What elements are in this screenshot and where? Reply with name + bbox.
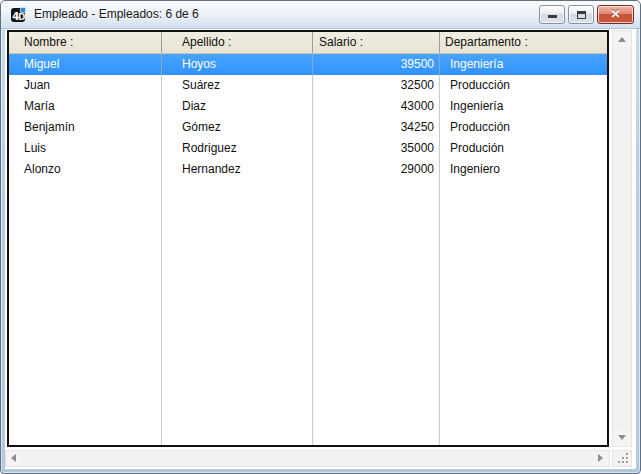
minimize-icon	[548, 15, 557, 18]
cell-apellido: Diaz	[162, 96, 313, 117]
column-header-nombre[interactable]: Nombre :	[9, 32, 162, 53]
column-header-salario[interactable]: Salario :	[313, 32, 440, 53]
vertical-scrollbar[interactable]	[612, 30, 632, 447]
cell-nombre: Luis	[9, 138, 162, 159]
scroll-down-button[interactable]	[613, 429, 631, 446]
cell-apellido: Gómez	[162, 117, 313, 138]
minimize-button[interactable]	[539, 5, 565, 24]
table-row[interactable]: Benjamín Gómez 34250 Producción	[9, 117, 607, 138]
scroll-right-button[interactable]	[592, 451, 609, 466]
cell-nombre: Juan	[9, 75, 162, 96]
listbox-rows: Miguel Hoyos 39500 Ingeniería Juan Suáre…	[9, 54, 607, 445]
cell-departamento: Producción	[440, 117, 607, 138]
table-row[interactable]: Alonzo Hernandez 29000 Ingeniero	[9, 159, 607, 180]
cell-departamento: Producción	[440, 75, 607, 96]
table-row[interactable]: María Diaz 43000 Ingeniería	[9, 96, 607, 117]
close-icon: ✕	[610, 7, 620, 21]
table-row[interactable]: Miguel Hoyos 39500 Ingeniería	[9, 54, 607, 75]
cell-departamento: Ingeniero	[440, 159, 607, 180]
cell-salario: 29000	[313, 159, 440, 180]
cell-apellido: Hoyos	[162, 54, 313, 75]
scroll-down-icon	[618, 435, 626, 440]
cell-apellido: Rodriguez	[162, 138, 313, 159]
app-window: 4 D Empleado - Empleados: 6 de 6 ✕ Nombr…	[0, 0, 641, 474]
cell-salario: 39500	[313, 54, 440, 75]
employee-listbox: Nombre : Apellido : Salario : Departamen…	[7, 30, 609, 447]
table-row[interactable]: Luis Rodriguez 35000 Produción	[9, 138, 607, 159]
cell-nombre: María	[9, 96, 162, 117]
window-content: Nombre : Apellido : Salario : Departamen…	[5, 29, 636, 469]
table-row[interactable]: Juan Suárez 32500 Producción	[9, 75, 607, 96]
scroll-left-icon	[11, 454, 16, 462]
svg-text:D: D	[18, 12, 25, 22]
cell-departamento: Produción	[440, 138, 607, 159]
listbox-header: Nombre : Apellido : Salario : Departamen…	[9, 32, 607, 54]
cell-departamento: Ingeniería	[440, 54, 607, 75]
close-button[interactable]: ✕	[597, 5, 634, 24]
scroll-right-icon	[598, 454, 603, 462]
cell-apellido: Suárez	[162, 75, 313, 96]
cell-salario: 35000	[313, 138, 440, 159]
scroll-up-icon	[618, 37, 626, 42]
maximize-icon	[577, 11, 586, 19]
cell-nombre: Benjamín	[9, 117, 162, 138]
resize-grip-icon[interactable]	[617, 452, 629, 464]
cell-salario: 43000	[313, 96, 440, 117]
cell-departamento: Ingeniería	[440, 96, 607, 117]
cell-salario: 34250	[313, 117, 440, 138]
cell-nombre: Miguel	[9, 54, 162, 75]
scroll-left-button[interactable]	[6, 451, 23, 466]
cell-apellido: Hernandez	[162, 159, 313, 180]
scroll-up-button[interactable]	[613, 31, 631, 48]
horizontal-scrollbar[interactable]	[5, 450, 610, 467]
scrollbar-corner	[612, 450, 632, 467]
listbox-empty-area	[9, 180, 607, 445]
column-header-departamento[interactable]: Departamento :	[440, 32, 607, 53]
window-controls: ✕	[539, 5, 634, 24]
maximize-button[interactable]	[568, 5, 594, 24]
column-header-apellido[interactable]: Apellido :	[162, 32, 313, 53]
cell-nombre: Alonzo	[9, 159, 162, 180]
4d-logo-icon: 4 D	[11, 7, 27, 23]
cell-salario: 32500	[313, 75, 440, 96]
title-bar[interactable]: 4 D Empleado - Empleados: 6 de 6 ✕	[1, 1, 640, 29]
window-title: Empleado - Empleados: 6 de 6	[34, 1, 199, 28]
